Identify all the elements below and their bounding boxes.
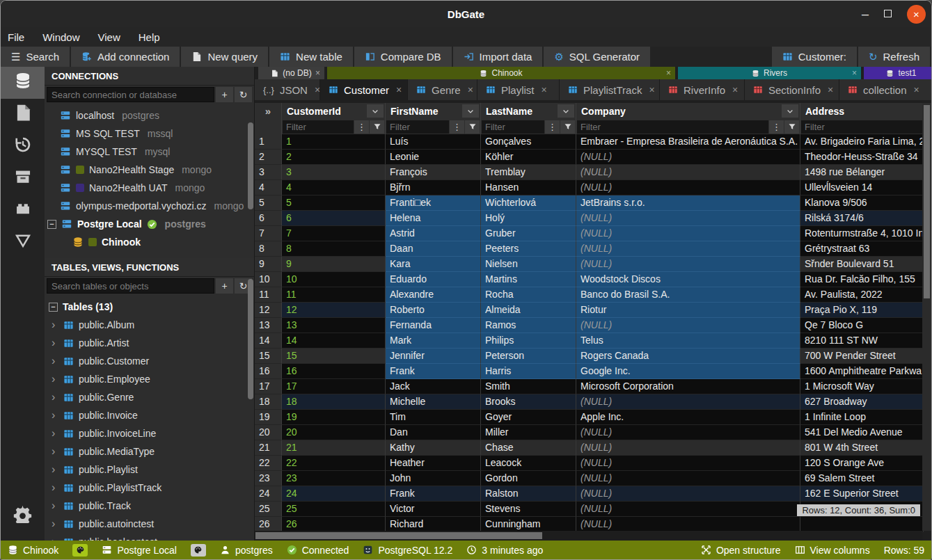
data-cell[interactable]: Martins xyxy=(481,272,576,287)
data-cell[interactable]: Gordon xyxy=(481,471,576,486)
data-cell[interactable]: 16 xyxy=(282,364,386,379)
filter-input-address[interactable] xyxy=(801,120,922,134)
data-cell[interactable]: 17 xyxy=(282,379,386,394)
table-item[interactable]: ›public.InvoiceLine xyxy=(45,424,254,442)
filter-menu-button[interactable]: ⋮ xyxy=(545,120,560,134)
status-item-postgres[interactable]: postgres xyxy=(220,545,273,556)
row-number[interactable]: 7 xyxy=(255,226,282,241)
data-cell[interactable]: 13 xyxy=(282,318,386,333)
toolbar-button-add-connection[interactable]: Add connection xyxy=(71,47,180,67)
data-cell[interactable]: 9 xyxy=(282,257,386,272)
chevron-right-icon[interactable]: › xyxy=(52,536,58,541)
toolbar-button-search[interactable]: ☰Search xyxy=(1,47,70,67)
data-cell[interactable]: 69 Salem Street xyxy=(800,471,924,486)
data-cell[interactable]: Jennifer xyxy=(386,349,481,364)
data-cell[interactable]: 24 xyxy=(282,486,386,502)
data-cell[interactable]: Holý xyxy=(481,211,576,226)
tab-collection[interactable]: collection× xyxy=(839,79,931,100)
data-cell[interactable]: Stevens xyxy=(481,502,576,517)
row-number[interactable]: 25 xyxy=(255,502,282,517)
status-item-swatch[interactable] xyxy=(72,544,88,557)
row-number[interactable]: 14 xyxy=(255,333,282,349)
data-cell[interactable]: Rogers Canada xyxy=(576,349,800,364)
connection-item[interactable]: −Postgre Localpostgres xyxy=(45,215,254,233)
grid-vertical-scrollbar[interactable] xyxy=(922,103,931,531)
menu-item-view[interactable]: View xyxy=(98,31,120,43)
data-cell[interactable]: 6 xyxy=(282,211,386,226)
data-cell[interactable]: Heather xyxy=(386,456,481,471)
status-item-postgre-local[interactable]: Postgre Local xyxy=(102,545,177,556)
data-cell[interactable]: 4 xyxy=(282,180,386,195)
data-cell[interactable]: 120 S Orange Ave xyxy=(800,456,924,471)
column-menu-button[interactable] xyxy=(558,104,574,118)
connection-item[interactable]: Nano2Health Stagemongo xyxy=(45,161,254,179)
row-number[interactable]: 13 xyxy=(255,318,282,333)
grid-corner-expand[interactable]: » xyxy=(255,103,282,119)
row-number[interactable]: 16 xyxy=(255,364,282,379)
data-cell[interactable]: John xyxy=(386,471,481,486)
data-cell[interactable]: (NULL) xyxy=(576,394,800,410)
table-item[interactable]: ›public.Album xyxy=(45,316,254,334)
connection-item[interactable]: MYSQL TESTmysql xyxy=(45,143,254,161)
activitybar-archive-button[interactable] xyxy=(1,163,45,195)
chevron-right-icon[interactable]: › xyxy=(52,355,58,367)
data-cell[interactable]: Ramos xyxy=(481,318,576,333)
data-cell[interactable]: Apple Inc. xyxy=(576,410,800,425)
data-cell[interactable]: Leonie xyxy=(386,150,481,165)
data-cell[interactable]: Brooks xyxy=(481,394,576,410)
close-tab-icon[interactable]: × xyxy=(396,84,402,95)
toolbar-button-new-table[interactable]: New table xyxy=(269,47,353,67)
row-number[interactable]: 15 xyxy=(255,349,282,364)
data-cell[interactable]: Almeida xyxy=(481,303,576,318)
data-cell[interactable]: Ullevĺlsveien 14 xyxy=(800,180,924,195)
tab-customer[interactable]: Customer× xyxy=(320,79,408,100)
chevron-right-icon[interactable]: › xyxy=(52,337,58,349)
data-cell[interactable]: 801 W 4th Street xyxy=(800,440,924,456)
chevron-right-icon[interactable]: › xyxy=(52,391,58,403)
data-cell[interactable]: Qe 7 Bloco G xyxy=(800,318,924,333)
row-number[interactable]: 1 xyxy=(255,134,282,150)
data-cell[interactable]: (NULL) xyxy=(576,486,800,502)
data-cell[interactable]: Astrid xyxy=(386,226,481,241)
connection-item[interactable]: localhostpostgres xyxy=(45,106,254,125)
row-number[interactable]: 2 xyxy=(255,150,282,165)
table-item[interactable]: ›public.Invoice xyxy=(45,406,254,424)
data-cell[interactable]: 700 W Pender Street xyxy=(800,349,924,364)
table-item[interactable]: ›public.Artist xyxy=(45,334,254,352)
data-cell[interactable]: Sřnder Boulevard 51 xyxy=(800,257,924,272)
data-cell[interactable]: 21 xyxy=(282,440,386,456)
column-menu-button[interactable] xyxy=(367,104,384,118)
toolbar-button-compare-db[interactable]: Compare DB xyxy=(354,47,452,67)
table-item[interactable]: ›public.PlaylistTrack xyxy=(45,479,254,497)
row-number[interactable]: 12 xyxy=(255,303,282,318)
tab-group--no-db-[interactable]: (no DB)× xyxy=(258,67,324,79)
chevron-right-icon[interactable]: › xyxy=(52,499,58,512)
data-cell[interactable]: 1 Infinite Loop xyxy=(800,410,924,425)
table-item[interactable]: ›public.Employee xyxy=(45,370,254,388)
data-cell[interactable]: (NULL) xyxy=(576,226,800,241)
data-cell[interactable]: 3 xyxy=(282,165,386,180)
filter-input-firstname[interactable] xyxy=(386,120,449,134)
tables-search-input[interactable] xyxy=(47,278,214,294)
chevron-right-icon[interactable]: › xyxy=(52,427,58,440)
connections-scrollbar[interactable] xyxy=(248,122,253,209)
data-cell[interactable]: 2 xyxy=(282,150,386,165)
data-cell[interactable]: Wichterlová xyxy=(481,195,576,211)
data-cell[interactable]: 18 xyxy=(282,394,386,410)
data-cell[interactable]: Jack xyxy=(386,379,481,394)
chevron-right-icon[interactable]: › xyxy=(52,518,58,530)
row-number[interactable]: 18 xyxy=(255,394,282,410)
data-cell[interactable]: 14 xyxy=(282,333,386,349)
collapse-icon[interactable]: − xyxy=(49,303,58,312)
table-item[interactable]: ›public.booleantest xyxy=(45,533,254,541)
column-header-company[interactable]: Company xyxy=(576,103,800,119)
row-number[interactable]: 23 xyxy=(255,471,282,486)
row-number[interactable]: 11 xyxy=(255,287,282,303)
data-cell[interactable]: Harris xyxy=(481,364,576,379)
close-tab-icon[interactable]: × xyxy=(828,84,833,95)
menu-item-file[interactable]: File xyxy=(8,31,24,43)
data-cell[interactable]: Av. Paulista, 2022 xyxy=(800,287,924,303)
data-cell[interactable]: Cunningham xyxy=(481,517,576,532)
chevron-right-icon[interactable]: › xyxy=(52,319,58,331)
data-cell[interactable]: 1 xyxy=(282,134,386,150)
